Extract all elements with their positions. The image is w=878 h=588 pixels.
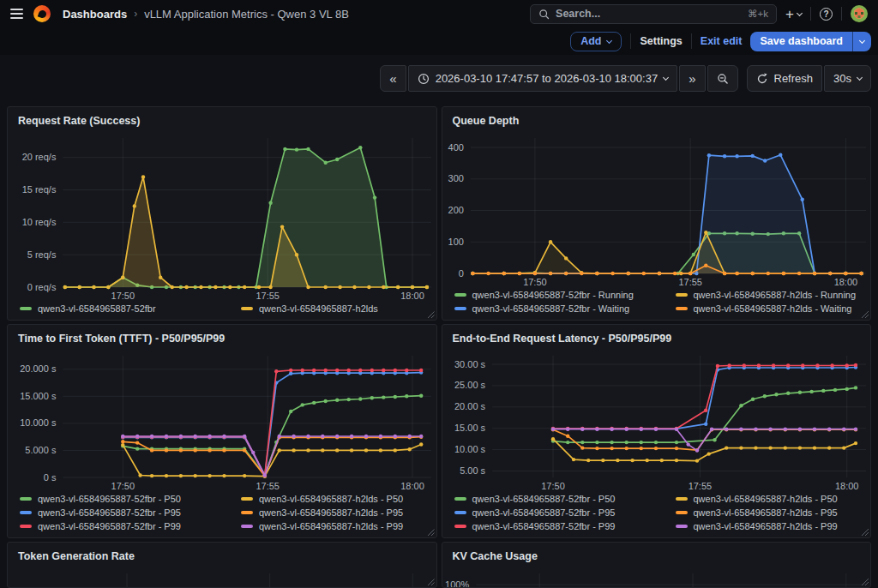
- zoom-out-button[interactable]: [707, 65, 738, 92]
- chart-svg[interactable]: 5.00 s10.00 s15.00 s20.00 s25.00 s30.00 …: [442, 351, 871, 491]
- legend-item[interactable]: qwen3-vl-6584965887-52fbr - P95: [454, 507, 657, 518]
- chevron-down-icon: [663, 75, 669, 81]
- svg-text:17:50: 17:50: [523, 277, 547, 287]
- legend-item[interactable]: qwen3-vl-6584965887-52fbr - Running: [454, 290, 657, 300]
- search-input[interactable]: Search... ⌘+k: [530, 4, 777, 24]
- panel-header[interactable]: Token Generation Rate: [8, 543, 436, 568]
- legend-item[interactable]: qwen3-vl-6584965887-h2lds - P95: [241, 507, 437, 518]
- legend-series-swatch: [676, 293, 688, 297]
- legend-series-swatch: [454, 511, 466, 514]
- panel-title: Token Generation Rate: [18, 550, 135, 562]
- chart-svg[interactable]: 17:5017:5518:00: [8, 568, 436, 587]
- legend-series-swatch: [20, 307, 32, 310]
- legend-item[interactable]: qwen3-vl-6584965887-h2lds - Waiting: [676, 303, 872, 314]
- legend-series-label: qwen3-vl-6584965887-52fbr - P95: [472, 507, 616, 518]
- legend-item[interactable]: qwen3-vl-6584965887-h2lds - P99: [241, 521, 437, 531]
- svg-text:200: 200: [448, 205, 463, 215]
- legend-column: qwen3-vl-6584965887-h2lds - P50qwen3-vl-…: [676, 494, 872, 531]
- chart-area[interactable]: 0 s5.000 s10.000 s15.000 s20.000 s17:501…: [8, 351, 436, 491]
- panel-title: KV Cache Usage: [453, 550, 538, 562]
- svg-text:25.00 s: 25.00 s: [454, 380, 486, 390]
- legend-series-swatch: [20, 497, 32, 501]
- breadcrumb-separator: ›: [134, 8, 137, 20]
- grafana-logo-icon: [33, 5, 51, 22]
- time-shift-forward-button[interactable]: »: [679, 65, 705, 92]
- svg-text:10.000 s: 10.000 s: [20, 417, 57, 428]
- legend-series-swatch: [454, 307, 466, 310]
- legend-item[interactable]: qwen3-vl-6584965887-h2lds: [241, 303, 437, 314]
- time-range-label: 2026-03-10 17:47:57 to 2026-03-10 18:00:…: [436, 72, 658, 85]
- legend-column: qwen3-vl-6584965887-52fbr: [20, 303, 222, 314]
- chart-svg[interactable]: 0 req/s5 req/s10 req/s15 req/s20 req/s17…: [8, 133, 436, 301]
- legend-column: qwen3-vl-6584965887-h2lds - P50qwen3-vl-…: [241, 494, 437, 531]
- legend-item[interactable]: qwen3-vl-6584965887-52fbr - P95: [20, 507, 222, 518]
- breadcrumb-dashboards-link[interactable]: Dashboards: [63, 8, 127, 21]
- legend-series-swatch: [20, 511, 32, 514]
- panel-header[interactable]: Request Rate (Success): [8, 107, 436, 133]
- new-button[interactable]: +: [784, 5, 803, 23]
- time-shift-back-button[interactable]: «: [380, 65, 406, 92]
- panel-title: Queue Depth: [453, 115, 520, 127]
- chart-svg[interactable]: 010020030040017:5017:5518:00: [442, 133, 871, 287]
- svg-text:17:50: 17:50: [111, 481, 135, 491]
- hamburger-icon: [10, 6, 23, 21]
- legend-series-swatch: [241, 497, 253, 501]
- svg-text:18:00: 18:00: [400, 291, 424, 301]
- refresh-button[interactable]: Refresh: [747, 65, 823, 92]
- svg-text:20.00 s: 20.00 s: [454, 401, 486, 411]
- search-icon: [538, 9, 550, 20]
- legend-item[interactable]: qwen3-vl-6584965887-52fbr - Waiting: [454, 303, 657, 314]
- chart-area[interactable]: 010020030040017:5017:5518:00: [442, 133, 871, 287]
- chart-area[interactable]: 17:5017:5518:00: [8, 568, 436, 587]
- chart-area[interactable]: 0 req/s5 req/s10 req/s15 req/s20 req/s17…: [8, 133, 436, 301]
- chart-area[interactable]: 100%17:5017:5518:00: [442, 568, 871, 587]
- time-controls-bar: « 2026-03-10 17:47:57 to 2026-03-10 18:0…: [0, 65, 878, 92]
- save-dashboard-menu-button[interactable]: [852, 32, 871, 51]
- legend-series-swatch: [454, 525, 466, 528]
- legend-series-swatch: [676, 497, 688, 501]
- exit-edit-button[interactable]: Exit edit: [701, 35, 743, 47]
- grafana-home-button[interactable]: [32, 3, 52, 24]
- panel-header[interactable]: End-to-End Request Latency - P50/P95/P99: [442, 325, 871, 351]
- legend-item[interactable]: qwen3-vl-6584965887-52fbr - P99: [20, 521, 222, 531]
- profile-button[interactable]: [849, 3, 869, 24]
- chevron-down-icon: [857, 75, 863, 81]
- legend-series-label: qwen3-vl-6584965887-h2lds - P50: [259, 494, 403, 504]
- legend-item[interactable]: qwen3-vl-6584965887-h2lds - P99: [676, 521, 872, 531]
- chart-svg[interactable]: 100%17:5017:5518:00: [442, 568, 871, 587]
- user-avatar: [851, 5, 868, 22]
- legend: qwen3-vl-6584965887-52fbrqwen3-vl-658496…: [8, 301, 436, 320]
- panel-header[interactable]: Time to First Token (TTFT) - P50/P95/P99: [8, 325, 436, 351]
- svg-text:15 req/s: 15 req/s: [22, 184, 57, 195]
- legend-item[interactable]: qwen3-vl-6584965887-h2lds - P50: [676, 494, 872, 504]
- grafana-app: Dashboards › vLLM Application Metrics - …: [0, 0, 878, 588]
- chart-area[interactable]: 5.00 s10.00 s15.00 s20.00 s25.00 s30.00 …: [442, 351, 871, 491]
- settings-button[interactable]: Settings: [640, 35, 682, 47]
- refresh-interval-button[interactable]: 30s: [824, 65, 871, 92]
- menu-button[interactable]: [9, 4, 25, 23]
- panel-header[interactable]: Queue Depth: [442, 107, 871, 133]
- svg-text:100: 100: [448, 237, 463, 247]
- legend-series-swatch: [676, 307, 688, 310]
- time-range-group: « 2026-03-10 17:47:57 to 2026-03-10 18:0…: [380, 65, 737, 92]
- legend-item[interactable]: qwen3-vl-6584965887-52fbr: [20, 303, 222, 314]
- svg-text:15.00 s: 15.00 s: [454, 423, 486, 433]
- time-range-button[interactable]: 2026-03-10 17:47:57 to 2026-03-10 18:00:…: [408, 65, 678, 92]
- legend-item[interactable]: qwen3-vl-6584965887-52fbr - P50: [20, 494, 222, 504]
- legend-series-swatch: [676, 511, 688, 514]
- legend-series-label: qwen3-vl-6584965887-h2lds: [259, 303, 378, 314]
- legend-item[interactable]: qwen3-vl-6584965887-h2lds - P95: [676, 507, 872, 518]
- legend-item[interactable]: qwen3-vl-6584965887-h2lds - P50: [241, 494, 437, 504]
- legend-item[interactable]: qwen3-vl-6584965887-52fbr - P50: [454, 494, 657, 504]
- panel-title: End-to-End Request Latency - P50/P95/P99: [453, 333, 672, 345]
- add-panel-button[interactable]: Add: [570, 32, 622, 51]
- legend-item[interactable]: qwen3-vl-6584965887-h2lds - Running: [676, 290, 872, 300]
- chart-svg[interactable]: 0 s5.000 s10.000 s15.000 s20.000 s17:501…: [8, 351, 436, 491]
- legend-column: qwen3-vl-6584965887-h2lds - Runningqwen3…: [676, 290, 872, 314]
- panel-title: Request Rate (Success): [18, 115, 140, 127]
- legend-item[interactable]: qwen3-vl-6584965887-52fbr - P99: [454, 521, 657, 531]
- help-button[interactable]: ?: [818, 6, 834, 22]
- search-placeholder: Search...: [556, 8, 742, 20]
- save-dashboard-button[interactable]: Save dashboard: [750, 32, 852, 51]
- panel-header[interactable]: KV Cache Usage: [442, 543, 871, 568]
